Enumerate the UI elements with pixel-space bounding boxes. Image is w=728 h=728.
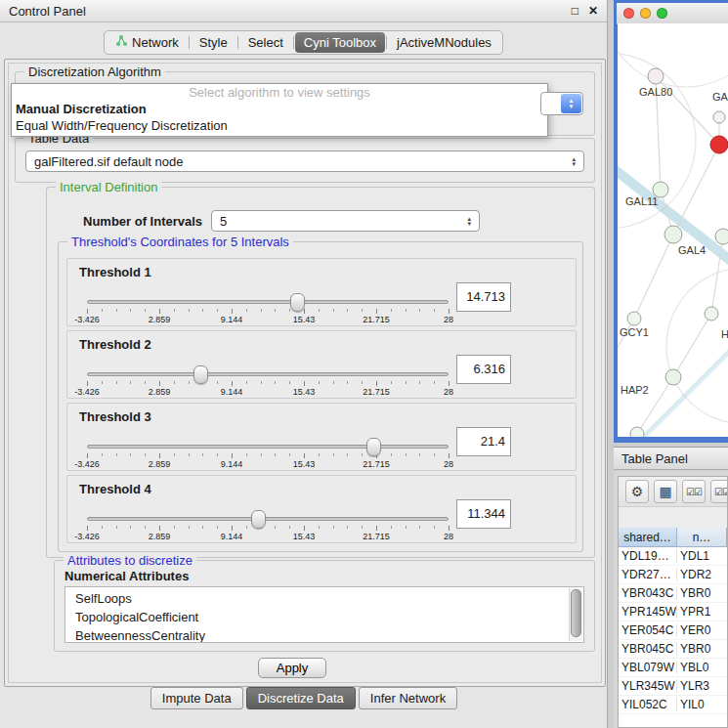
network-canvas[interactable]: GAL80GAGAL11GAL4GCY1HAP2H	[618, 23, 728, 437]
zoom-traffic-light[interactable]	[657, 8, 667, 19]
network-node[interactable]	[664, 226, 682, 243]
table-row[interactable]: YER054CYER0	[619, 621, 727, 640]
tick-label: 2.859	[149, 315, 171, 324]
network-node[interactable]	[648, 68, 664, 84]
list-item[interactable]: TopologicalCoefficient	[65, 608, 583, 626]
threshold-1-value-field[interactable]: 14.713	[456, 282, 511, 312]
dropdown-option-manual-discretization[interactable]: Manual Discretization	[12, 101, 547, 117]
network-node[interactable]	[715, 229, 728, 244]
tick-mark	[116, 453, 117, 456]
cell-shared-name[interactable]: YBR043C	[619, 586, 677, 600]
threshold-2-slider[interactable]: -3.4262.8599.14415.4321.71528	[87, 370, 449, 398]
cell-shared-name[interactable]: YBL079W	[619, 661, 677, 674]
thresholds-group: Threshold's Coordinates for 5 Intervals …	[58, 241, 583, 552]
table-row[interactable]: YDL19…YDL1	[619, 547, 727, 566]
tab-infer-network[interactable]: Infer Network	[359, 687, 457, 709]
tick-mark	[406, 526, 407, 529]
cell-shared-name[interactable]: YBR045C	[619, 642, 677, 656]
table-row[interactable]: YBR045CYBR0	[619, 640, 727, 659]
threshold-3-panel: Threshold 3 -3.4262.8599.14415.4321.7152…	[66, 403, 577, 471]
table-row[interactable]: YIL052CYIL0	[619, 696, 727, 714]
number-of-intervals-combobox[interactable]: 5 ▴▾	[211, 210, 480, 232]
combobox-stepper-icon[interactable]: ▴▾	[561, 94, 581, 113]
cell-name[interactable]: YBR0	[677, 642, 727, 656]
network-edge[interactable]	[634, 235, 673, 319]
function-builder-icon[interactable]: ☑☑	[710, 480, 728, 503]
cell-shared-name[interactable]: YDL19…	[619, 549, 677, 563]
dropdown-option-equal-width-frequency[interactable]: Equal Width/Frequency Discretization	[12, 117, 547, 134]
cell-name[interactable]: YBL0	[677, 661, 727, 674]
table-row[interactable]: YDR27…YDR2	[619, 566, 727, 584]
scrollbar-thumb[interactable]	[571, 589, 581, 637]
select-all-checkboxes-icon[interactable]: ☑☑	[682, 480, 706, 503]
network-node[interactable]	[665, 369, 681, 385]
tab-style[interactable]: Style	[191, 32, 236, 53]
tab-discretize-data[interactable]: Discretize Data	[246, 687, 356, 709]
cell-name[interactable]: YBR0	[677, 586, 727, 600]
cell-shared-name[interactable]: YPR145W	[619, 605, 677, 619]
slider-track[interactable]	[87, 372, 449, 376]
threshold-3-slider[interactable]: -3.4262.8599.14415.4321.71528	[87, 443, 449, 470]
cell-shared-name[interactable]: YLR345W	[619, 679, 677, 693]
tick-mark	[275, 381, 276, 384]
network-edge[interactable]	[618, 160, 728, 268]
numerical-attributes-list[interactable]: SelfLoops TopologicalCoefficient Between…	[64, 586, 584, 643]
tab-cyni-toolbox[interactable]: Cyni Toolbox	[295, 32, 385, 53]
threshold-3-value-field[interactable]: 21.4	[456, 427, 511, 456]
network-edge[interactable]	[673, 145, 719, 235]
table-row[interactable]: YBL079WYBL0	[619, 659, 727, 677]
close-traffic-light[interactable]	[623, 8, 634, 19]
algorithm-combobox[interactable]: ▴▾	[540, 92, 583, 115]
slider-track[interactable]	[87, 517, 449, 521]
list-scrollbar[interactable]	[569, 588, 582, 641]
columns-icon[interactable]: ▦	[654, 480, 677, 503]
list-item[interactable]: BetweennessCentrality	[65, 626, 583, 643]
cell-name[interactable]: YER0	[677, 623, 727, 637]
cell-shared-name[interactable]: YIL052C	[619, 698, 677, 711]
threshold-2-value-field[interactable]: 6.316	[456, 355, 511, 384]
tick-label: 9.144	[221, 532, 243, 541]
slider-thumb[interactable]	[290, 293, 305, 312]
tick-mark	[145, 309, 146, 312]
cell-name[interactable]: YDL1	[677, 549, 727, 563]
slider-thumb[interactable]	[366, 438, 381, 456]
cell-shared-name[interactable]: YER054C	[619, 623, 677, 637]
threshold-1-slider[interactable]: -3.4262.8599.14415.4321.71528	[87, 298, 449, 325]
cell-name[interactable]: YIL0	[677, 698, 727, 711]
slider-thumb[interactable]	[193, 365, 208, 384]
slider-track[interactable]	[87, 300, 449, 304]
cell-name[interactable]: YLR3	[677, 679, 727, 693]
tab-jactivemnodules[interactable]: jActiveMNodules	[388, 32, 500, 53]
threshold-4-slider[interactable]: -3.4262.8599.14415.4321.71528	[87, 515, 449, 542]
slider-thumb[interactable]	[251, 510, 266, 529]
table-data-combobox[interactable]: galFiltered.sif default node ▴▾	[25, 150, 584, 172]
column-header-shared-name[interactable]: shared…	[619, 528, 677, 547]
tab-impute-data[interactable]: Impute Data	[150, 687, 243, 709]
slider-track[interactable]	[87, 445, 449, 449]
column-header-name[interactable]: n…	[677, 528, 727, 547]
network-edge[interactable]	[673, 314, 711, 377]
minimize-traffic-light[interactable]	[640, 8, 651, 19]
network-node[interactable]	[627, 312, 641, 325]
float-window-icon[interactable]: □	[572, 4, 578, 18]
settings-gear-icon[interactable]: ⚙	[625, 480, 649, 503]
network-edge[interactable]	[637, 346, 728, 437]
cell-name[interactable]: YDR2	[677, 568, 727, 581]
tab-network[interactable]: Network	[107, 32, 188, 53]
table-row[interactable]: YPR145WYPR1	[619, 603, 727, 621]
tick-mark	[174, 381, 175, 384]
tab-select[interactable]: Select	[239, 32, 292, 53]
table-row[interactable]: YBR043CYBR0	[619, 584, 727, 603]
threshold-4-value-field[interactable]: 11.344	[456, 499, 511, 529]
network-node[interactable]	[705, 307, 718, 321]
network-node[interactable]	[710, 136, 728, 153]
network-node[interactable]	[713, 111, 725, 123]
close-icon[interactable]: ✕	[588, 4, 598, 18]
apply-button[interactable]: Apply	[258, 658, 326, 678]
network-node[interactable]	[630, 427, 644, 437]
cell-name[interactable]: YPR1	[677, 605, 727, 619]
table-row[interactable]: YLR345WYLR3	[619, 677, 727, 696]
cell-shared-name[interactable]: YDR27…	[619, 568, 677, 581]
tick-mark	[116, 526, 117, 529]
list-item[interactable]: SelfLoops	[65, 587, 583, 608]
